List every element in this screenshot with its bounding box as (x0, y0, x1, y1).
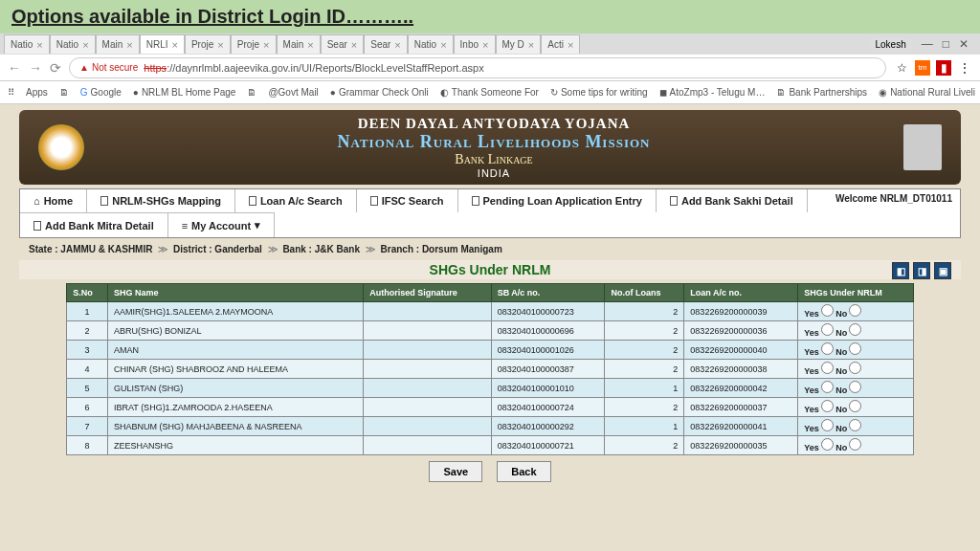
bookmark-grammar[interactable]: ● Grammar Check Onli (330, 87, 429, 98)
yes-radio[interactable] (821, 342, 834, 355)
url-input[interactable]: ▲ Not secure https://daynrlmbl.aajeevika… (69, 57, 886, 78)
back-button[interactable]: Back (497, 461, 550, 482)
browser-tab[interactable]: Natio× (50, 34, 96, 54)
tab-close-icon[interactable]: × (394, 39, 400, 51)
doc-icon (249, 196, 256, 206)
bookmark-bankpart[interactable]: 🗎 Bank Partnerships (776, 87, 867, 98)
tab-close-icon[interactable]: × (217, 39, 223, 51)
tab-bar: Natio×Natio×Main×NRLI×Proje×Proje×Main×S… (0, 33, 980, 55)
doc-icon (670, 196, 678, 206)
tab-close-icon[interactable]: × (307, 39, 313, 51)
browser-tab[interactable]: NRLI× (140, 34, 185, 54)
back-icon[interactable]: ← (8, 60, 21, 76)
doc-icon (370, 196, 378, 206)
table-row: 8ZEESHANSHG08320401000007212083226920000… (67, 436, 914, 455)
bookmark-nrl[interactable]: ◉ National Rural Liveli (879, 87, 975, 98)
browser-tab[interactable]: Sear× (364, 34, 408, 54)
tab-close-icon[interactable]: × (568, 39, 573, 51)
browser-tab[interactable]: My D× (496, 34, 542, 54)
table-header: SHG Name (107, 284, 363, 302)
bookmark-atoz[interactable]: ◼ AtoZmp3 - Telugu M… (659, 87, 766, 98)
forward-icon[interactable]: → (29, 60, 42, 76)
star-icon[interactable]: ☆ (894, 60, 909, 76)
no-radio[interactable] (849, 400, 861, 412)
minimize-icon[interactable]: — (922, 37, 933, 51)
apps-icon[interactable]: ⠿ (8, 87, 14, 98)
browser-tab[interactable]: Proje× (185, 34, 231, 54)
url-text: https://daynrlmbl.aajeevika.gov.in/UI/Re… (144, 62, 483, 74)
yes-radio[interactable] (821, 362, 834, 374)
nav-bank-mitra[interactable]: Add Bank Mitra Detail (20, 212, 168, 237)
tab-close-icon[interactable]: × (172, 39, 178, 51)
bookmark-google[interactable]: G Google (80, 87, 122, 98)
main-nav: ⌂ Home NRLM-SHGs Mapping Loan A/c Search… (19, 188, 961, 238)
export-btn-2[interactable]: ◨ (913, 262, 930, 279)
nav-shg-mapping[interactable]: NRLM-SHGs Mapping (87, 189, 235, 212)
bookmark-nrlm[interactable]: ● NRLM BL Home Page (133, 87, 236, 98)
slide-title: Options available in District Login ID……… (0, 0, 980, 33)
site-header: DEEN DAYAL ANTYODAYA YOJANA National Rur… (19, 110, 961, 185)
doc-icon (100, 196, 108, 206)
browser-tab[interactable]: Proje× (231, 34, 277, 54)
table-row: 5GULISTAN (SHG)0832040100001010108322692… (67, 379, 914, 398)
tab-close-icon[interactable]: × (482, 39, 488, 51)
save-button[interactable]: Save (429, 461, 482, 482)
export-btn-3[interactable]: ▣ (934, 262, 951, 279)
table-header: S.No (67, 284, 108, 302)
bookmark-thank[interactable]: ◐ Thank Someone For (440, 87, 539, 98)
browser-tab[interactable]: Main× (277, 34, 321, 54)
nav-bank-sakhi[interactable]: Add Bank Sakhi Detail (657, 189, 808, 212)
nav-ifsc-search[interactable]: IFSC Search (357, 189, 458, 212)
browser-tab[interactable]: Sear× (321, 34, 365, 54)
tab-close-icon[interactable]: × (351, 39, 357, 51)
extension-icon-2[interactable]: ▮ (936, 60, 951, 76)
bookmark-apps[interactable]: Apps (26, 87, 48, 98)
browser-tab[interactable]: Natio× (408, 34, 454, 54)
browser-tab[interactable]: Main× (96, 34, 140, 54)
no-radio[interactable] (849, 381, 861, 393)
nav-my-account[interactable]: ≡ My Account ▾ (168, 212, 275, 237)
yes-radio[interactable] (821, 419, 834, 431)
yes-radio[interactable] (821, 438, 834, 451)
tab-close-icon[interactable]: × (82, 39, 88, 51)
no-radio[interactable] (849, 304, 861, 317)
export-btn-1[interactable]: ◧ (892, 262, 909, 279)
yes-radio[interactable] (821, 381, 834, 393)
no-radio[interactable] (849, 438, 861, 451)
bookmark-govtmail[interactable]: @Govt Mail (268, 87, 318, 98)
tab-close-icon[interactable]: × (36, 39, 42, 51)
reload-icon[interactable]: ⟳ (50, 60, 61, 76)
bookmark-item[interactable]: 🗎 (59, 87, 69, 98)
nav-pending-loan[interactable]: Pending Loan Application Entry (458, 189, 657, 212)
header-line2: National Rural Livelihoods Mission (84, 132, 903, 152)
profile-chip[interactable]: Lokesh (868, 38, 914, 51)
tab-close-icon[interactable]: × (126, 39, 132, 51)
no-radio[interactable] (849, 323, 861, 336)
bookmark-tips[interactable]: ↻ Some tips for writing (550, 87, 648, 98)
tab-close-icon[interactable]: × (263, 39, 269, 51)
table-header: Loan A/c no. (684, 284, 798, 302)
nav-home[interactable]: ⌂ Home (20, 189, 87, 212)
address-bar: ← → ⟳ ▲ Not secure https://daynrlmbl.aaj… (0, 55, 980, 81)
yes-radio[interactable] (821, 400, 834, 412)
tab-close-icon[interactable]: × (440, 39, 446, 51)
browser-tab[interactable]: Natio× (4, 34, 50, 54)
no-radio[interactable] (849, 362, 861, 374)
nav-loan-search[interactable]: Loan A/c Search (235, 189, 357, 212)
india-emblem (903, 124, 942, 170)
browser-tab[interactable]: Acti× (541, 34, 580, 54)
bookmark-item[interactable]: 🗎 (247, 87, 256, 98)
header-line3: Bank Linkage (84, 152, 903, 167)
no-radio[interactable] (849, 419, 861, 431)
page-content: DEEN DAYAL ANTYODAYA YOJANA National Rur… (0, 104, 980, 551)
close-icon[interactable]: ✕ (959, 37, 969, 51)
browser-tab[interactable]: Inbo× (454, 34, 496, 54)
menu-icon[interactable]: ⋮ (957, 60, 972, 76)
no-radio[interactable] (849, 342, 861, 355)
maximize-icon[interactable]: □ (943, 37, 949, 51)
yes-radio[interactable] (821, 323, 834, 336)
tab-close-icon[interactable]: × (528, 39, 534, 51)
extension-icon-1[interactable]: tm (915, 60, 930, 76)
yes-radio[interactable] (821, 304, 834, 317)
section-title: SHGs Under NRLM ◧ ◨ ▣ (19, 260, 961, 279)
